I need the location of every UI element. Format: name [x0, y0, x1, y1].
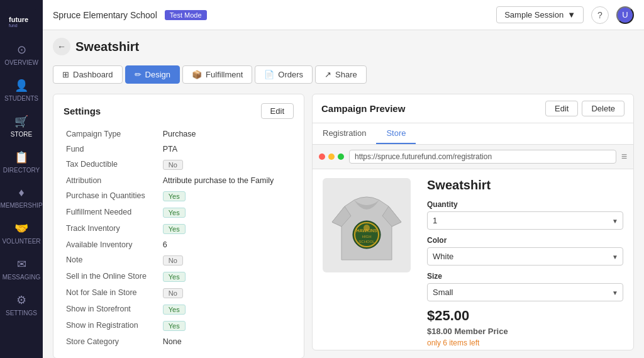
store-preview: HAWKINS HIGH SCHOOL Sweatshirt [313, 169, 633, 350]
settings-row-value: Yes [160, 204, 294, 221]
product-image: HAWKINS HIGH SCHOOL [323, 178, 411, 272]
sidebar-item-label: OVERVIEW [4, 59, 38, 66]
browser-menu-icon[interactable]: ≡ [621, 151, 627, 162]
settings-row-label: Purchase in Quantities [64, 188, 160, 204]
sidebar-item-label: STUDENTS [4, 95, 38, 102]
settings-row-label: Track Inventory [64, 221, 160, 237]
preview-tab-store[interactable]: Store [376, 123, 416, 144]
color-group: Color White [427, 236, 623, 266]
students-icon: 👤 [14, 79, 28, 92]
settings-row: Sell in the Online StoreYes [64, 269, 294, 285]
preview-delete-button[interactable]: Delete [582, 101, 625, 116]
preview-card: Campaign Preview Edit Delete Registratio… [312, 94, 634, 350]
sweatshirt-illustration: HAWKINS HIGH SCHOOL [326, 181, 408, 269]
settings-row-label: Available Inventory [64, 237, 160, 252]
settings-row: Track InventoryYes [64, 221, 294, 237]
sidebar: future fund ⊙ OVERVIEW 👤 STUDENTS 🛒 STOR… [0, 0, 43, 358]
nav-tabs: ⊞ Dashboard ✏ Design 📦 Fulfillment 📄 Ord… [53, 65, 634, 84]
settings-row: FundPTA [64, 142, 294, 157]
settings-row-value: No [160, 157, 294, 173]
tab-dashboard[interactable]: ⊞ Dashboard [53, 65, 123, 84]
dot-yellow [328, 154, 335, 160]
directory-icon: 📋 [14, 150, 28, 164]
two-column-layout: Settings Edit Campaign TypePurchaseFundP… [53, 94, 634, 350]
stock-note: only 6 items left [427, 338, 623, 347]
preview-title: Campaign Preview [321, 103, 405, 114]
dashboard-icon: ⊞ [62, 70, 69, 79]
settings-row-label: Not for Sale in Store [64, 285, 160, 301]
sidebar-item-membership[interactable]: ♦ MEMBERSHIP [0, 180, 43, 215]
tab-fulfillment[interactable]: 📦 Fulfillment [182, 65, 252, 84]
sidebar-item-directory[interactable]: 📋 DIRECTORY [0, 144, 43, 180]
settings-row-value: None [160, 334, 294, 349]
size-select-wrapper: Small [427, 283, 623, 301]
school-name: Spruce Elementary School [53, 10, 157, 20]
dot-red [319, 154, 325, 160]
settings-row: Store CategoryNone [64, 334, 294, 349]
tab-share[interactable]: ↗ Share [315, 65, 367, 84]
settings-row-value: Attribute purchase to the Family [160, 173, 294, 188]
quantity-select[interactable]: 1 [427, 211, 623, 230]
settings-row: Available Inventory6 [64, 237, 294, 252]
product-info: Sweatshirt Quantity 1 Color [427, 178, 623, 350]
dot-green [338, 154, 344, 160]
preview-header: Campaign Preview Edit Delete [313, 94, 633, 123]
sidebar-item-label: VOLUNTEER [2, 238, 40, 245]
color-select-wrapper: White [427, 247, 623, 266]
settings-row-value: No [160, 252, 294, 269]
design-icon: ✏ [135, 70, 142, 79]
settings-row: Purchase in QuantitiesYes [64, 188, 294, 204]
settings-table: Campaign TypePurchaseFundPTATax Deductib… [64, 126, 294, 349]
browser-bar: https://spruce.futurefund.com/registrati… [313, 145, 633, 169]
campaign-preview-panel: Campaign Preview Edit Delete Registratio… [312, 94, 634, 350]
sidebar-item-students[interactable]: 👤 STUDENTS [0, 72, 43, 108]
settings-row-label: Show in Storefront [64, 301, 160, 318]
quantity-group: Quantity 1 [427, 200, 623, 230]
preview-tab-registration[interactable]: Registration [313, 123, 376, 144]
messaging-icon: ✉ [17, 257, 26, 271]
preview-edit-button[interactable]: Edit [545, 101, 578, 116]
settings-row-value: Yes [160, 301, 294, 318]
settings-title: Settings [64, 106, 101, 116]
size-select[interactable]: Small [427, 283, 623, 301]
sidebar-item-volunteer[interactable]: 🤝 VOLUNTEER [0, 215, 43, 251]
settings-row-value: 6 [160, 237, 294, 252]
tab-design[interactable]: ✏ Design [125, 65, 180, 84]
member-price-label: Member Price [454, 327, 508, 336]
settings-row: AttributionAttribute purchase to the Fam… [64, 173, 294, 188]
browser-url: https://spruce.futurefund.com/registrati… [349, 150, 616, 164]
settings-edit-button[interactable]: Edit [261, 103, 294, 119]
topbar: Spruce Elementary School Test Mode Sampl… [43, 0, 644, 30]
page-title: Sweatshirt [75, 40, 139, 54]
preview-actions: Edit Delete [545, 101, 625, 116]
browser-dots [319, 154, 344, 160]
settings-row: Not for Sale in StoreNo [64, 285, 294, 301]
settings-icon: ⚙ [16, 293, 26, 307]
page-content: ← Sweatshirt ⊞ Dashboard ✏ Design 📦 Fulf… [43, 30, 644, 358]
svg-text:HIGH: HIGH [362, 235, 372, 238]
back-button[interactable]: ← [53, 38, 70, 55]
sidebar-item-messaging[interactable]: ✉ MESSAGING [0, 251, 43, 287]
settings-row-value: PTA [160, 142, 294, 157]
tab-orders[interactable]: 📄 Orders [255, 65, 313, 84]
sidebar-item-label: MEMBERSHIP [0, 202, 42, 209]
settings-row-value: Yes [160, 269, 294, 285]
sidebar-item-settings[interactable]: ⚙ SETTINGS [0, 287, 43, 323]
size-label: Size [427, 272, 623, 281]
sidebar-item-store[interactable]: 🛒 STORE [0, 108, 43, 144]
help-button[interactable]: ? [591, 6, 609, 24]
sample-session-button[interactable]: Sample Session ▼ [496, 6, 584, 23]
settings-row-value: Yes [160, 221, 294, 237]
page-header: ← Sweatshirt [53, 38, 634, 55]
quantity-label: Quantity [427, 200, 623, 209]
settings-panel: Settings Edit Campaign TypePurchaseFundP… [53, 94, 304, 350]
settings-row-label: Show in Registration [64, 318, 160, 334]
color-select[interactable]: White [427, 247, 623, 266]
volunteer-icon: 🤝 [14, 221, 28, 235]
color-label: Color [427, 236, 623, 245]
user-avatar-button[interactable]: U [616, 6, 634, 24]
settings-row-label: Note [64, 252, 160, 269]
svg-text:SCHOOL: SCHOOL [358, 240, 375, 243]
sidebar-item-overview[interactable]: ⊙ OVERVIEW [0, 36, 43, 72]
logo[interactable]: future fund [6, 6, 37, 31]
